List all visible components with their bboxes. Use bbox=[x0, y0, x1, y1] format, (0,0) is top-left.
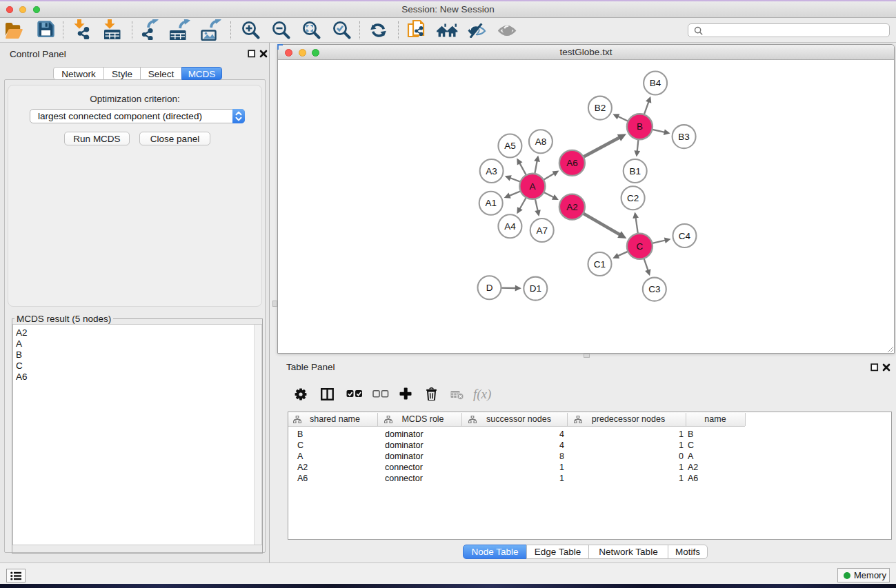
svg-text:C2: C2 bbox=[627, 193, 639, 203]
svg-text:A8: A8 bbox=[535, 136, 547, 147]
svg-text:A2: A2 bbox=[566, 202, 578, 212]
svg-text:A: A bbox=[529, 181, 535, 192]
svg-text:C3: C3 bbox=[648, 284, 660, 294]
svg-text:B: B bbox=[637, 121, 643, 132]
svg-text:B4: B4 bbox=[650, 78, 661, 88]
svg-text:D: D bbox=[486, 283, 493, 293]
svg-text:A3: A3 bbox=[486, 166, 497, 176]
svg-text:C: C bbox=[637, 241, 644, 252]
svg-text:A1: A1 bbox=[485, 198, 497, 208]
svg-text:A7: A7 bbox=[536, 225, 548, 236]
svg-text:B2: B2 bbox=[595, 103, 606, 113]
svg-text:A6: A6 bbox=[566, 158, 578, 168]
svg-text:D1: D1 bbox=[530, 283, 541, 294]
svg-text:A4: A4 bbox=[504, 221, 516, 232]
svg-text:C1: C1 bbox=[594, 259, 606, 270]
svg-text:B1: B1 bbox=[629, 166, 641, 176]
svg-text:B3: B3 bbox=[678, 132, 690, 142]
svg-text:A5: A5 bbox=[504, 141, 516, 151]
svg-text:C4: C4 bbox=[679, 231, 691, 241]
